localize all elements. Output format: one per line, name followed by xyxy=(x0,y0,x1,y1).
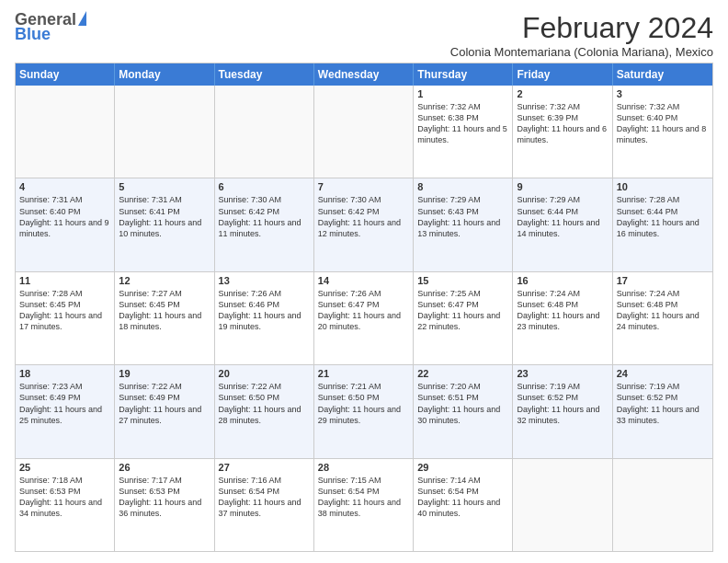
day-info: Sunrise: 7:19 AM Sunset: 6:52 PM Dayligh… xyxy=(617,381,709,426)
day-info: Sunrise: 7:29 AM Sunset: 6:43 PM Dayligh… xyxy=(417,194,508,239)
day-info: Sunrise: 7:14 AM Sunset: 6:54 PM Dayligh… xyxy=(417,475,508,520)
day-cell-28: 28Sunrise: 7:15 AM Sunset: 6:54 PM Dayli… xyxy=(314,459,414,551)
day-number: 23 xyxy=(517,368,608,379)
page: General Blue February 2024 Colonia Monte… xyxy=(0,0,728,563)
empty-cell xyxy=(115,86,214,178)
day-cell-24: 24Sunrise: 7:19 AM Sunset: 6:52 PM Dayli… xyxy=(613,365,712,457)
day-info: Sunrise: 7:22 AM Sunset: 6:50 PM Dayligh… xyxy=(219,381,310,426)
day-number: 9 xyxy=(517,181,608,192)
day-cell-19: 19Sunrise: 7:22 AM Sunset: 6:49 PM Dayli… xyxy=(115,365,214,457)
calendar: SundayMondayTuesdayWednesdayThursdayFrid… xyxy=(15,63,713,552)
day-info: Sunrise: 7:25 AM Sunset: 6:47 PM Dayligh… xyxy=(417,288,508,333)
day-number: 25 xyxy=(19,462,110,473)
day-cell-27: 27Sunrise: 7:16 AM Sunset: 6:54 PM Dayli… xyxy=(215,459,314,551)
subtitle: Colonia Montemariana (Colonia Mariana), … xyxy=(450,45,713,59)
day-info: Sunrise: 7:20 AM Sunset: 6:51 PM Dayligh… xyxy=(417,381,508,426)
day-number: 6 xyxy=(219,181,310,192)
day-number: 3 xyxy=(617,88,709,99)
header-day-sunday: Sunday xyxy=(16,63,115,86)
title-block: February 2024 Colonia Montemariana (Colo… xyxy=(450,11,713,59)
day-cell-4: 4Sunrise: 7:31 AM Sunset: 6:40 PM Daylig… xyxy=(16,178,115,270)
day-number: 4 xyxy=(19,181,110,192)
day-cell-3: 3Sunrise: 7:32 AM Sunset: 6:40 PM Daylig… xyxy=(613,86,712,178)
day-cell-7: 7Sunrise: 7:30 AM Sunset: 6:42 PM Daylig… xyxy=(314,178,414,270)
day-cell-26: 26Sunrise: 7:17 AM Sunset: 6:53 PM Dayli… xyxy=(115,459,214,551)
day-cell-29: 29Sunrise: 7:14 AM Sunset: 6:54 PM Dayli… xyxy=(414,459,513,551)
day-info: Sunrise: 7:15 AM Sunset: 6:54 PM Dayligh… xyxy=(318,475,409,520)
day-info: Sunrise: 7:22 AM Sunset: 6:49 PM Dayligh… xyxy=(119,381,210,426)
empty-cell xyxy=(215,86,314,178)
day-number: 7 xyxy=(318,181,409,192)
day-cell-14: 14Sunrise: 7:26 AM Sunset: 6:47 PM Dayli… xyxy=(314,272,414,364)
day-cell-5: 5Sunrise: 7:31 AM Sunset: 6:41 PM Daylig… xyxy=(115,178,214,270)
day-number: 19 xyxy=(119,368,210,379)
day-number: 5 xyxy=(119,181,210,192)
logo: General Blue xyxy=(15,11,86,42)
day-number: 28 xyxy=(318,462,409,473)
day-info: Sunrise: 7:30 AM Sunset: 6:42 PM Dayligh… xyxy=(318,194,409,239)
day-number: 1 xyxy=(417,88,508,99)
empty-cell xyxy=(16,86,115,178)
day-info: Sunrise: 7:29 AM Sunset: 6:44 PM Dayligh… xyxy=(517,194,608,239)
day-info: Sunrise: 7:28 AM Sunset: 6:44 PM Dayligh… xyxy=(617,194,709,239)
header-day-saturday: Saturday xyxy=(613,63,712,86)
day-cell-21: 21Sunrise: 7:21 AM Sunset: 6:50 PM Dayli… xyxy=(314,365,414,457)
calendar-header: SundayMondayTuesdayWednesdayThursdayFrid… xyxy=(16,63,712,86)
day-info: Sunrise: 7:31 AM Sunset: 6:40 PM Dayligh… xyxy=(19,194,110,239)
day-cell-6: 6Sunrise: 7:30 AM Sunset: 6:42 PM Daylig… xyxy=(215,178,314,270)
calendar-week-1: 1Sunrise: 7:32 AM Sunset: 6:38 PM Daylig… xyxy=(16,86,712,178)
header-day-tuesday: Tuesday xyxy=(215,63,314,86)
day-info: Sunrise: 7:32 AM Sunset: 6:38 PM Dayligh… xyxy=(417,101,508,146)
day-number: 15 xyxy=(417,275,508,286)
day-info: Sunrise: 7:17 AM Sunset: 6:53 PM Dayligh… xyxy=(119,475,210,520)
logo-triangle xyxy=(78,11,86,26)
day-info: Sunrise: 7:16 AM Sunset: 6:54 PM Dayligh… xyxy=(219,475,310,520)
day-info: Sunrise: 7:28 AM Sunset: 6:45 PM Dayligh… xyxy=(19,288,110,333)
day-info: Sunrise: 7:19 AM Sunset: 6:52 PM Dayligh… xyxy=(517,381,608,426)
day-number: 12 xyxy=(119,275,210,286)
day-cell-1: 1Sunrise: 7:32 AM Sunset: 6:38 PM Daylig… xyxy=(414,86,513,178)
day-number: 11 xyxy=(19,275,110,286)
logo-blue: Blue xyxy=(15,26,51,42)
day-info: Sunrise: 7:27 AM Sunset: 6:45 PM Dayligh… xyxy=(119,288,210,333)
day-info: Sunrise: 7:23 AM Sunset: 6:49 PM Dayligh… xyxy=(19,381,110,426)
day-info: Sunrise: 7:26 AM Sunset: 6:47 PM Dayligh… xyxy=(318,288,409,333)
day-number: 20 xyxy=(219,368,310,379)
day-number: 10 xyxy=(617,181,709,192)
day-info: Sunrise: 7:24 AM Sunset: 6:48 PM Dayligh… xyxy=(517,288,608,333)
day-info: Sunrise: 7:30 AM Sunset: 6:42 PM Dayligh… xyxy=(219,194,310,239)
day-number: 17 xyxy=(617,275,709,286)
day-number: 13 xyxy=(219,275,310,286)
day-number: 16 xyxy=(517,275,608,286)
day-number: 27 xyxy=(219,462,310,473)
day-number: 29 xyxy=(417,462,508,473)
day-cell-8: 8Sunrise: 7:29 AM Sunset: 6:43 PM Daylig… xyxy=(414,178,513,270)
day-cell-20: 20Sunrise: 7:22 AM Sunset: 6:50 PM Dayli… xyxy=(215,365,314,457)
day-info: Sunrise: 7:24 AM Sunset: 6:48 PM Dayligh… xyxy=(617,288,709,333)
day-cell-25: 25Sunrise: 7:18 AM Sunset: 6:53 PM Dayli… xyxy=(16,459,115,551)
day-info: Sunrise: 7:18 AM Sunset: 6:53 PM Dayligh… xyxy=(19,475,110,520)
day-cell-17: 17Sunrise: 7:24 AM Sunset: 6:48 PM Dayli… xyxy=(613,272,712,364)
day-number: 26 xyxy=(119,462,210,473)
day-number: 24 xyxy=(617,368,709,379)
calendar-week-4: 18Sunrise: 7:23 AM Sunset: 6:49 PM Dayli… xyxy=(16,365,712,458)
day-cell-15: 15Sunrise: 7:25 AM Sunset: 6:47 PM Dayli… xyxy=(414,272,513,364)
empty-cell xyxy=(513,459,612,551)
month-title: February 2024 xyxy=(450,11,713,45)
calendar-week-3: 11Sunrise: 7:28 AM Sunset: 6:45 PM Dayli… xyxy=(16,272,712,365)
day-info: Sunrise: 7:21 AM Sunset: 6:50 PM Dayligh… xyxy=(318,381,409,426)
day-cell-10: 10Sunrise: 7:28 AM Sunset: 6:44 PM Dayli… xyxy=(613,178,712,270)
day-cell-11: 11Sunrise: 7:28 AM Sunset: 6:45 PM Dayli… xyxy=(16,272,115,364)
calendar-week-2: 4Sunrise: 7:31 AM Sunset: 6:40 PM Daylig… xyxy=(16,178,712,271)
header-day-thursday: Thursday xyxy=(414,63,513,86)
day-info: Sunrise: 7:31 AM Sunset: 6:41 PM Dayligh… xyxy=(119,194,210,239)
day-cell-9: 9Sunrise: 7:29 AM Sunset: 6:44 PM Daylig… xyxy=(513,178,612,270)
header-day-wednesday: Wednesday xyxy=(314,63,414,86)
day-cell-22: 22Sunrise: 7:20 AM Sunset: 6:51 PM Dayli… xyxy=(414,365,513,457)
calendar-body: 1Sunrise: 7:32 AM Sunset: 6:38 PM Daylig… xyxy=(16,86,712,551)
header: General Blue February 2024 Colonia Monte… xyxy=(15,11,713,59)
calendar-week-5: 25Sunrise: 7:18 AM Sunset: 6:53 PM Dayli… xyxy=(16,459,712,551)
day-info: Sunrise: 7:32 AM Sunset: 6:40 PM Dayligh… xyxy=(617,101,709,146)
header-day-friday: Friday xyxy=(513,63,612,86)
day-cell-16: 16Sunrise: 7:24 AM Sunset: 6:48 PM Dayli… xyxy=(513,272,612,364)
